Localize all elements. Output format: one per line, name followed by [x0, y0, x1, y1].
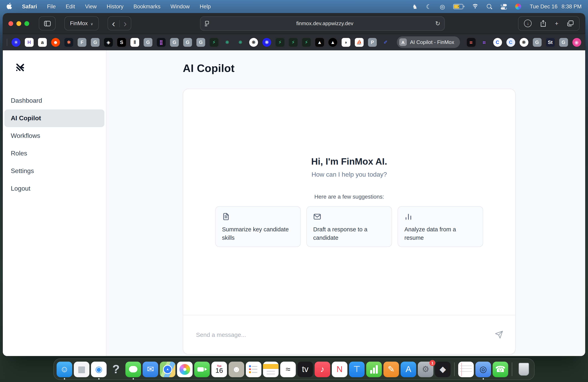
photos-dock-icon[interactable] [177, 362, 193, 377]
sidebar-item-settings[interactable]: Settings [4, 162, 105, 180]
sidebar-item-roles[interactable]: Roles [4, 145, 105, 162]
letter-g-icon[interactable]: G [183, 38, 192, 47]
suggestion-card-draft-response[interactable]: Draft a response to a candidate [306, 206, 392, 247]
pause-icon[interactable]: ‖ [130, 38, 139, 47]
keynote-dock-icon[interactable]: ⊤ [349, 362, 365, 377]
diamond-icon[interactable]: ◈ [104, 38, 113, 47]
help-dock-icon[interactable]: ? [108, 362, 124, 377]
photo-booth-dock-icon[interactable]: ◎ [475, 362, 491, 377]
letter-g-icon[interactable]: G [91, 38, 100, 47]
minimize-window-button[interactable] [16, 21, 21, 26]
amazon-icon[interactable]: a [38, 38, 47, 47]
menu-item-view[interactable]: View [85, 4, 97, 10]
freeform-dock-icon[interactable]: ≈ [280, 362, 296, 377]
active-tab[interactable]: A AI Copilot - FinMox [397, 36, 460, 48]
pixel-dots-icon[interactable]: ⣿ [157, 38, 166, 47]
letter-g-icon[interactable]: G [170, 38, 179, 47]
site-menu-button[interactable]: FinMox ∨ [64, 16, 99, 30]
vercel-icon[interactable]: ▲ [315, 38, 324, 47]
send-button[interactable] [495, 330, 503, 339]
pages-dock-icon[interactable]: ✎ [383, 362, 399, 377]
forward-button[interactable]: › [120, 19, 131, 28]
back-button[interactable]: ‹ [108, 19, 119, 28]
menu-item-help[interactable]: Help [200, 4, 211, 10]
news-dock-icon[interactable]: N [332, 362, 347, 377]
reminders-dock-icon[interactable] [246, 362, 261, 377]
battery-icon[interactable]: ⚡ [453, 4, 463, 9]
address-bar[interactable]: finmox.dev.appwizzy.dev ↻ [200, 16, 445, 31]
numbers-dock-icon[interactable] [366, 362, 382, 377]
circle-c-light-icon[interactable]: C [506, 38, 515, 47]
safari-dock-icon[interactable]: ◉ [91, 362, 106, 377]
close-window-button[interactable] [8, 21, 13, 26]
sailboat-icon[interactable]: ⛵ [355, 38, 364, 47]
hubspot-icon[interactable]: ✱ [64, 38, 73, 47]
finder-dock-icon[interactable]: ☺ [57, 362, 72, 377]
app-store-dock-icon[interactable]: A [400, 362, 416, 377]
letter-g-icon[interactable]: G [559, 38, 568, 47]
message-input[interactable] [195, 331, 488, 339]
letter-g-icon[interactable]: G [533, 38, 541, 47]
system-settings-dock-icon[interactable]: ⚙1 [418, 362, 433, 377]
sidebar-item-logout[interactable]: Logout [4, 180, 105, 197]
menu-item-history[interactable]: History [106, 4, 123, 10]
maps-dock-icon[interactable]: ➤ [160, 362, 175, 377]
focus-moon-icon[interactable]: ☾ [426, 4, 431, 10]
messages-dock-icon[interactable] [126, 362, 141, 377]
menu-item-safari[interactable]: Safari [22, 4, 37, 10]
reader-view-icon[interactable] [204, 20, 210, 26]
dribbble-icon[interactable]: ◉ [572, 38, 581, 47]
zoom-window-button[interactable] [24, 21, 29, 26]
sidebar-item-dashboard[interactable]: Dashboard [4, 92, 105, 110]
control-center-icon[interactable] [501, 4, 507, 9]
downloads-button[interactable]: ↓ [524, 19, 532, 27]
menu-item-file[interactable]: File [47, 4, 56, 10]
apple-menu-icon[interactable] [6, 3, 12, 10]
bolt-icon[interactable]: ⚡ [210, 38, 218, 47]
siri-icon[interactable] [515, 4, 521, 10]
apple-tv-dock-icon[interactable]: tv [297, 362, 313, 377]
sidebar-toggle-button[interactable] [39, 16, 56, 30]
bolt-icon[interactable]: ⚡ [289, 38, 298, 47]
mail-dock-icon[interactable]: ✉ [143, 362, 158, 377]
openai-blue-icon[interactable]: ❋ [262, 38, 271, 47]
black-cube-dock-icon[interactable]: ◆ [435, 362, 451, 377]
reddit-icon[interactable]: ☻ [51, 38, 60, 47]
app-menu-icon[interactable]: ♞ [412, 4, 418, 10]
menu-item-edit[interactable]: Edit [66, 4, 75, 10]
menu-bar-clock[interactable]: Tue Dec 16 8:38 PM [530, 4, 582, 10]
bolt-icon[interactable]: ⚡ [302, 38, 311, 47]
figma-dark-icon[interactable]: ⠶ [467, 38, 475, 47]
phone-dock-icon[interactable]: ☎ [493, 362, 508, 377]
music-dock-icon[interactable]: ♪ [315, 362, 330, 377]
share-button[interactable] [540, 20, 546, 27]
swoosh-icon[interactable]: ◗ [342, 38, 350, 47]
screen-mirroring-icon[interactable]: ◎ [440, 4, 445, 10]
vercel-circle-icon[interactable]: ▲ [328, 38, 337, 47]
launchpad-dock-icon[interactable]: ▦ [74, 362, 89, 377]
script-s-icon[interactable]: S [117, 38, 126, 47]
openai-icon[interactable]: ❋ [519, 38, 528, 47]
menu-item-window[interactable]: Window [170, 4, 189, 10]
facetime-dock-icon[interactable] [194, 362, 210, 377]
spotlight-icon[interactable] [487, 4, 493, 9]
notes-dock-icon[interactable] [263, 362, 279, 377]
textedit-dock-icon[interactable] [458, 362, 474, 377]
letter-g-icon[interactable]: G [144, 38, 152, 47]
menu-item-bookmarks[interactable]: Bookmarks [133, 4, 160, 10]
letter-f-icon[interactable]: F [78, 38, 86, 47]
pen-icon[interactable]: ✐ [381, 38, 390, 47]
bolt-icon[interactable]: ⚡ [276, 38, 284, 47]
green-spiral-icon[interactable]: ❋ [223, 38, 231, 47]
letter-p-icon[interactable]: P [368, 38, 377, 47]
figma-icon[interactable]: ⠶ [480, 38, 489, 47]
stripe-st-icon[interactable]: St [546, 38, 555, 47]
heroku-icon[interactable]: H [25, 38, 34, 47]
letter-g-icon[interactable]: G [196, 38, 205, 47]
circle-c-icon[interactable]: C [493, 38, 502, 47]
chatgpt-blue-icon[interactable]: ✳ [12, 38, 21, 47]
new-tab-button[interactable]: + [555, 20, 558, 27]
contacts-dock-icon[interactable]: ☻ [229, 362, 244, 377]
suggestion-card-analyze-data[interactable]: Analyze data from a resume [398, 206, 483, 247]
trash-dock-icon[interactable] [516, 362, 531, 377]
